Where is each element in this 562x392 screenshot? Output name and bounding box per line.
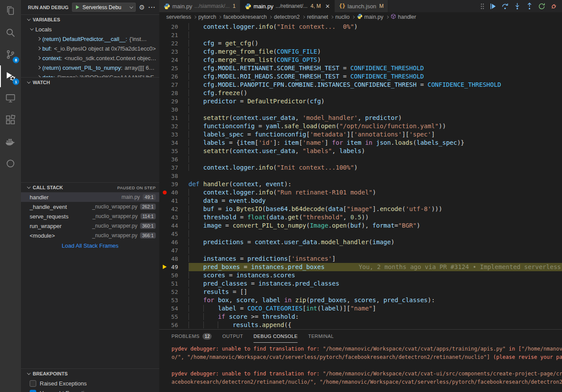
activity-item-remote-explorer[interactable]	[0, 87, 21, 109]
breakpoint-gutter[interactable]: 40	[159, 188, 188, 197]
panel-tab-debug-console[interactable]: DEBUG CONSOLE	[254, 330, 298, 343]
breakpoint-gutter[interactable]: 46	[159, 238, 188, 246]
breakpoint-gutter[interactable]: 36	[159, 155, 188, 164]
code-text[interactable]: scores = instances.scores	[188, 271, 562, 280]
activity-item-run-and-debug[interactable]: 1	[0, 65, 21, 87]
restart-icon[interactable]	[538, 3, 545, 10]
code-text[interactable]: context.logger.info("Run retinanet-R101 …	[188, 188, 562, 197]
breakpoint-gutter[interactable]: 42	[159, 205, 188, 213]
gear-icon[interactable]: ⚙	[139, 4, 145, 10]
breakpoint-gutter[interactable]: 20	[159, 23, 188, 31]
code-text[interactable]	[188, 31, 562, 39]
breakpoint-gutter[interactable]: 22	[159, 39, 188, 48]
code-text[interactable]: label = COCO_CATEGORIES[int(label)]["nam…	[188, 304, 562, 313]
breakpoint-gutter[interactable]: 56	[159, 321, 188, 329]
code-text[interactable]: cfg.MODEL.PANOPTIC_FPN.COMBINE.INSTANCES…	[188, 81, 562, 89]
stack-frame[interactable]: handlermain.py49:1	[21, 192, 159, 202]
variable-row[interactable]: data:{'image': 'iVBORw0KGgoAAAANSUhE…	[21, 72, 159, 77]
code-text[interactable]: cfg = get_cfg()	[188, 39, 562, 48]
close-icon[interactable]: ✕	[325, 3, 330, 10]
breakpoint-gutter[interactable]: 41	[159, 197, 188, 205]
breakpoint-gutter[interactable]: 51	[159, 280, 188, 288]
code-text[interactable]: cfg.MODEL.RETINANET.SCORE_THRESH_TEST = …	[188, 64, 562, 72]
debug-config-dropdown[interactable]: Serverless Debu	[72, 3, 135, 12]
watch-section-header[interactable]: WATCH	[21, 78, 159, 87]
activity-item-explorer[interactable]	[0, 0, 21, 22]
code-text[interactable]: results = []	[188, 288, 562, 296]
panel-tab-terminal[interactable]: TERMINAL	[308, 330, 334, 343]
variable-row[interactable]: buf:<_io.BytesIO object at 0x7f5a2dc1ecc…	[21, 44, 159, 53]
breakpoint-gutter[interactable]: 54	[159, 304, 188, 313]
breakpoint-gutter[interactable]: 47	[159, 246, 188, 255]
checkbox[interactable]	[30, 380, 36, 387]
breakpoint-gutter[interactable]: 35	[159, 147, 188, 155]
code-text[interactable]: context.logger.info("Init context...100%…	[188, 164, 562, 172]
breakpoint-gutter[interactable]: 21	[159, 31, 188, 39]
activity-item-circle-extension[interactable]	[0, 153, 21, 174]
breakpoint-gutter[interactable]: 39	[159, 180, 188, 188]
activity-item-docker[interactable]	[0, 131, 21, 153]
variable-row[interactable]: (return) convert_PIL_to_numpy:array([[[ …	[21, 63, 159, 72]
editor-tab[interactable]: {}launch.jsonM	[335, 0, 388, 12]
breadcrumb-item[interactable]: main.py	[357, 14, 384, 20]
breakpoint-gutter[interactable]: 30	[159, 106, 188, 114]
checkbox[interactable]: ✓	[30, 390, 36, 392]
variable-row[interactable]: (return) DefaultPredictor.__call__:{'ins…	[21, 34, 159, 44]
breakpoint-gutter[interactable]: 52	[159, 288, 188, 296]
breadcrumb-item[interactable]: retinanet	[307, 14, 328, 20]
breakpoint-gutter[interactable]: 25	[159, 64, 188, 72]
stack-frame[interactable]: serve_requests_nuclio_wrapper.py114:1	[21, 211, 159, 221]
breakpoint-gutter[interactable]: 33	[159, 130, 188, 139]
breakpoint-row[interactable]: ✓Uncaught Exceptions	[21, 388, 159, 392]
breakpoint-gutter[interactable]: 38	[159, 172, 188, 180]
breakpoint-gutter[interactable]: 50	[159, 271, 188, 280]
breakpoint-gutter[interactable]: 26	[159, 72, 188, 81]
breakpoint-gutter[interactable]: 31	[159, 114, 188, 122]
continue-icon[interactable]	[489, 3, 497, 10]
breakpoint-gutter[interactable]: 43	[159, 213, 188, 222]
code-text[interactable]: cfg.freeze()	[188, 89, 562, 97]
code-text[interactable]: setattr(context.user_data, 'model_handle…	[188, 114, 562, 122]
code-text[interactable]: if score >= threshold:	[188, 313, 562, 321]
breakpoint-gutter[interactable]: 49	[159, 263, 188, 271]
code-text[interactable]: setattr(context.user_data, "labels", lab…	[188, 147, 562, 155]
code-text[interactable]: cfg.merge_from_file(CONFIG_FILE)	[188, 48, 562, 56]
code-text[interactable]: instances = predictions['instances']	[188, 255, 562, 263]
activity-item-search[interactable]	[0, 22, 21, 44]
step-out-icon[interactable]	[526, 3, 533, 10]
code-text[interactable]: pred_classes = instances.pred_classes	[188, 280, 562, 288]
breadcrumb-item[interactable]: facebookresearch	[223, 14, 267, 20]
activity-item-extensions[interactable]	[0, 109, 21, 131]
breakpoint-gutter[interactable]: 45	[159, 230, 188, 238]
breadcrumb-item[interactable]: nuclio	[336, 14, 350, 20]
breakpoint-gutter[interactable]: 34	[159, 139, 188, 147]
stack-frame[interactable]: run_wrapper_nuclio_wrapper.py360:1	[21, 221, 159, 231]
code-text[interactable]: predictor = DefaultPredictor(cfg)	[188, 97, 562, 106]
load-all-stack-frames-link[interactable]: Load All Stack Frames	[21, 240, 159, 251]
scope-locals[interactable]: Locals	[21, 24, 159, 34]
code-text[interactable]: pred_boxes = instances.pred_boxesYou, 2 …	[188, 263, 562, 271]
breakpoint-gutter[interactable]: 24	[159, 56, 188, 64]
code-text[interactable]: functionconfig = yaml.safe_load(open("/o…	[188, 122, 562, 130]
breakpoint-gutter[interactable]: 27	[159, 81, 188, 89]
code-text[interactable]: cfg.MODEL.ROI_HEADS.SCORE_THRESH_TEST = …	[188, 72, 562, 81]
code-text[interactable]	[188, 172, 562, 180]
breakpoint-gutter[interactable]: 37	[159, 164, 188, 172]
breakpoints-section-header[interactable]: BREAKPOINTS	[21, 369, 159, 378]
variables-section-header[interactable]: VARIABLES	[21, 15, 159, 24]
code-text[interactable]: labels = {item['id']: item['name'] for i…	[188, 139, 562, 147]
breakpoint-gutter[interactable]: 23	[159, 48, 188, 56]
code-text[interactable]: buf = io.BytesIO(base64.b64decode(data["…	[188, 205, 562, 213]
step-into-icon[interactable]	[514, 3, 521, 10]
variable-row[interactable]: context:<nuclio_sdk.context.Context obje…	[21, 53, 159, 63]
code-text[interactable]: predictions = context.user_data.model_ha…	[188, 238, 562, 246]
breadcrumb-item[interactable]: serverless	[166, 14, 191, 20]
breadcrumb-item[interactable]: handler	[391, 14, 416, 20]
code-text[interactable]: data = event.body	[188, 197, 562, 205]
code-text[interactable]: def handler(context, event):	[188, 180, 562, 188]
code-text[interactable]: threshold = float(data.get("threshold", …	[188, 213, 562, 222]
code-text[interactable]: labels_spec = functionconfig['metadata']…	[188, 130, 562, 139]
disconnect-icon[interactable]	[550, 3, 558, 10]
editor-tab[interactable]: main.py.../retinanet/...4, M✕	[240, 0, 335, 12]
code-text[interactable]	[188, 230, 562, 238]
